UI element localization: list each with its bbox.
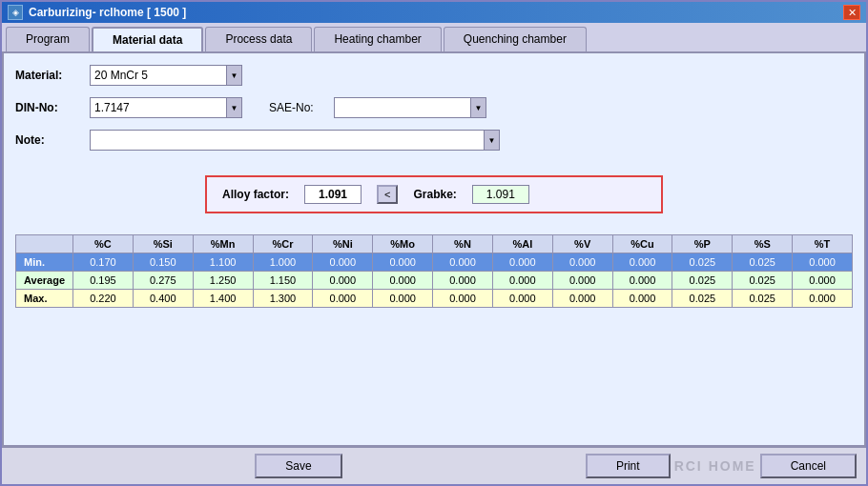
row-min-cu: 0.000	[612, 253, 672, 272]
row-average-al: 0.000	[492, 272, 552, 290]
row-min-label: Min.	[16, 253, 73, 272]
row-min-si: 0.150	[133, 253, 193, 272]
note-label: Note:	[15, 133, 82, 147]
row-max-n: 0.000	[433, 290, 493, 308]
note-select[interactable]: ▼	[90, 130, 500, 151]
col-header-label	[16, 235, 73, 253]
sae-no-label: SAE-No:	[269, 101, 326, 114]
row-min-mo: 0.000	[373, 253, 433, 272]
row-min-n: 0.000	[433, 253, 493, 272]
row-max-cr: 1.300	[253, 290, 313, 308]
row-max-t: 0.000	[793, 290, 853, 308]
row-min-c: 0.170	[73, 253, 134, 272]
row-max-si: 0.400	[133, 290, 193, 308]
row-max-label: Max.	[16, 290, 73, 308]
main-content: Material: 20 MnCr 5 ▼ DIN-No: 1.7147 ▼ S…	[2, 51, 866, 447]
row-max-v: 0.000	[552, 290, 612, 308]
din-sae-row: DIN-No: 1.7147 ▼ SAE-No: ▼	[15, 97, 853, 118]
row-max-al: 0.000	[492, 290, 552, 308]
alloy-factor-label: Alloy factor:	[222, 188, 289, 201]
row-max-p: 0.025	[672, 290, 733, 308]
row-average-mo: 0.000	[373, 272, 433, 290]
material-value: 20 MnCr 5	[91, 69, 226, 82]
col-header-v: %V	[552, 235, 612, 253]
grabke-value: 1.091	[472, 185, 529, 204]
table-row-min: Min. 0.170 0.150 1.100 1.000 0.000 0.000…	[16, 253, 853, 272]
sae-no-select[interactable]: ▼	[334, 97, 486, 118]
print-button[interactable]: Print	[586, 454, 671, 478]
sae-no-dropdown-arrow[interactable]: ▼	[470, 98, 486, 117]
row-average-ni: 0.000	[313, 272, 373, 290]
din-no-value: 1.7147	[91, 101, 226, 114]
alloy-copy-button[interactable]: <	[377, 185, 398, 204]
row-average-t: 0.000	[793, 272, 853, 290]
col-header-t: %T	[793, 235, 853, 253]
material-row: Material: 20 MnCr 5 ▼	[15, 65, 853, 86]
col-header-ni: %Ni	[313, 235, 373, 253]
alloy-factor-value: 1.091	[304, 185, 362, 204]
row-min-ni: 0.000	[313, 253, 373, 272]
row-average-cr: 1.150	[253, 272, 313, 290]
din-no-label: DIN-No:	[15, 101, 82, 114]
row-average-si: 0.275	[133, 272, 193, 290]
row-min-al: 0.000	[492, 253, 552, 272]
row-average-p: 0.025	[672, 272, 733, 290]
row-max-mn: 1.400	[193, 290, 253, 308]
note-row: Note: ▼	[15, 130, 853, 151]
row-average-n: 0.000	[433, 272, 493, 290]
tab-bar: Program Material data Process data Heati…	[2, 23, 866, 51]
tab-quenching-chamber[interactable]: Quenching chamber	[444, 27, 587, 51]
row-max-c: 0.220	[73, 290, 134, 308]
col-header-n: %N	[433, 235, 493, 253]
tab-heating-chamber[interactable]: Heating chamber	[314, 27, 441, 51]
row-min-t: 0.000	[793, 253, 853, 272]
row-average-mn: 1.250	[193, 272, 253, 290]
row-min-p: 0.025	[672, 253, 733, 272]
row-max-mo: 0.000	[373, 290, 433, 308]
col-header-s: %S	[733, 235, 793, 253]
row-min-cr: 1.000	[253, 253, 313, 272]
col-header-mn: %Mn	[193, 235, 253, 253]
row-min-s: 0.025	[733, 253, 793, 272]
tab-process-data[interactable]: Process data	[205, 27, 312, 51]
title-bar: ◈ Carburizing- rclhome [ 1500 ] ✕	[2, 2, 866, 23]
watermark: RCI HOME	[674, 458, 756, 474]
row-average-v: 0.000	[552, 272, 612, 290]
app-icon: ◈	[8, 5, 23, 20]
save-button[interactable]: Save	[255, 454, 341, 478]
grabke-label: Grabke:	[413, 188, 456, 201]
col-header-cr: %Cr	[253, 235, 313, 253]
table-row-max: Max. 0.220 0.400 1.400 1.300 0.000 0.000…	[16, 290, 853, 308]
note-dropdown-arrow[interactable]: ▼	[484, 131, 499, 150]
col-header-mo: %Mo	[373, 235, 433, 253]
row-average-s: 0.025	[733, 272, 793, 290]
col-header-al: %Al	[492, 235, 552, 253]
row-average-label: Average	[16, 272, 73, 290]
col-header-p: %P	[672, 235, 733, 253]
tab-material-data[interactable]: Material data	[92, 27, 203, 51]
row-max-ni: 0.000	[313, 290, 373, 308]
row-max-cu: 0.000	[612, 290, 672, 308]
col-header-cu: %Cu	[612, 235, 672, 253]
din-no-dropdown-arrow[interactable]: ▼	[226, 98, 241, 117]
material-dropdown-arrow[interactable]: ▼	[226, 66, 241, 85]
row-max-s: 0.025	[733, 290, 793, 308]
row-average-cu: 0.000	[612, 272, 672, 290]
table-row-average: Average 0.195 0.275 1.250 1.150 0.000 0.…	[16, 272, 853, 290]
material-select[interactable]: 20 MnCr 5 ▼	[90, 65, 242, 86]
composition-table-section: %C %Si %Mn %Cr %Ni %Mo %N %Al %V %Cu %P …	[15, 234, 853, 434]
window-title: Carburizing- rclhome [ 1500 ]	[29, 6, 186, 19]
row-min-v: 0.000	[552, 253, 612, 272]
alloy-box: Alloy factor: 1.091 < Grabke: 1.091	[205, 175, 663, 213]
table-header-row: %C %Si %Mn %Cr %Ni %Mo %N %Al %V %Cu %P …	[16, 235, 853, 253]
close-button[interactable]: ✕	[843, 5, 860, 20]
cancel-button[interactable]: Cancel	[760, 454, 857, 478]
material-label: Material:	[15, 69, 82, 82]
col-header-si: %Si	[133, 235, 193, 253]
din-no-select[interactable]: 1.7147 ▼	[90, 97, 242, 118]
footer: Save Print RCI HOME Cancel	[2, 447, 866, 484]
row-min-mn: 1.100	[193, 253, 253, 272]
tab-program[interactable]: Program	[6, 27, 90, 51]
col-header-c: %C	[73, 235, 134, 253]
row-average-c: 0.195	[73, 272, 134, 290]
